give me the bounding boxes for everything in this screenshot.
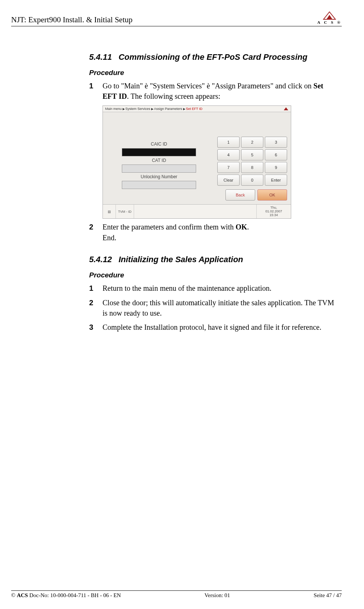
key-2[interactable]: 2	[241, 137, 263, 148]
step-2-2: 2 Close the door; this will automaticall…	[89, 297, 338, 319]
key-6[interactable]: 6	[265, 149, 287, 160]
tvm-id-label: TVM - ID	[116, 205, 134, 219]
footer-version: Version: 01	[205, 592, 230, 599]
procedure-label-2: Procedure	[89, 271, 338, 279]
unlocking-number-field[interactable]	[122, 181, 196, 189]
key-1[interactable]: 1	[217, 137, 240, 148]
header-title: NJT: Expert900 Install. & Initial Setup	[11, 15, 133, 25]
step-number: 1	[89, 81, 103, 102]
screenshot-status-bar: ▥ TVM - ID Thu, 01.02.2007 15:34	[103, 204, 291, 219]
unlocking-number-label: Unlocking Number	[141, 174, 178, 179]
key-5[interactable]: 5	[241, 149, 263, 160]
logo-text: A C S ®	[317, 20, 342, 25]
status-icon: ▥	[103, 205, 116, 219]
step-number: 1	[89, 283, 103, 293]
key-enter[interactable]: Enter	[265, 175, 287, 186]
status-datetime: Thu, 01.02.2007 15:34	[257, 205, 291, 219]
caic-id-field[interactable]	[122, 148, 196, 156]
back-button[interactable]: Back	[225, 189, 255, 201]
embedded-screenshot: Main menu▶System Services▶Assign Paramet…	[103, 105, 291, 219]
step-body: Go to "Main" è "System Services" è "Assi…	[103, 81, 338, 102]
step-number: 2	[89, 297, 103, 319]
key-3[interactable]: 3	[265, 137, 287, 148]
footer-left: © ACS Doc-No: 10-000-004-711 - BH - 06 -…	[11, 592, 121, 599]
cat-id-label: CAT ID	[152, 158, 166, 163]
step-1-1: 1 Go to "Main" è "System Services" è "As…	[89, 81, 338, 102]
procedure-label-1: Procedure	[89, 69, 338, 77]
caic-id-label: CAIC ID	[151, 141, 167, 147]
key-0[interactable]: 0	[241, 175, 263, 186]
section-5-4-12-heading: 5.4.12Initializing the Sales Application	[89, 255, 338, 264]
section-title: Commissioning of the EFT-PoS Card Proces…	[118, 52, 308, 62]
logo-icon-small	[283, 107, 289, 111]
step-body: Complete the Installation protocol, have…	[103, 322, 338, 332]
step-2-1: 1 Return to the main menu of the mainten…	[89, 283, 338, 293]
section-5-4-11-heading: 5.4.11Commissioning of the EFT-PoS Card …	[89, 52, 338, 62]
screenshot-breadcrumb-bar: Main menu▶System Services▶Assign Paramet…	[103, 106, 291, 112]
section-number: 5.4.12	[89, 255, 112, 264]
step-2-3: 3 Complete the Installation protocol, ha…	[89, 322, 338, 332]
step-body: Close the door; this will automatically …	[103, 297, 338, 319]
key-9[interactable]: 9	[265, 162, 287, 173]
key-7[interactable]: 7	[217, 162, 240, 173]
step-body: Return to the main menu of the maintenan…	[103, 283, 338, 293]
key-8[interactable]: 8	[241, 162, 263, 173]
keypad: 1 2 3 4 5 6 7 8 9 Clear 0 Enter	[217, 137, 287, 186]
ok-button[interactable]: OK	[257, 189, 287, 201]
cat-id-field[interactable]	[122, 165, 196, 173]
logo-icon	[322, 11, 337, 20]
page-header: NJT: Expert900 Install. & Initial Setup …	[11, 11, 342, 26]
step-number: 3	[89, 322, 103, 332]
section-number: 5.4.11	[89, 52, 112, 62]
step-1-2: 2 Enter the parameters and confirm them …	[89, 222, 338, 243]
footer-page: Seite 47 / 47	[314, 592, 342, 599]
page-footer: © ACS Doc-No: 10-000-004-711 - BH - 06 -…	[11, 590, 342, 599]
logo: A C S ®	[317, 11, 342, 25]
step-number: 2	[89, 222, 103, 243]
key-clear[interactable]: Clear	[217, 175, 240, 186]
breadcrumb: Main menu▶System Services▶Assign Paramet…	[105, 107, 202, 111]
key-4[interactable]: 4	[217, 149, 240, 160]
section-title: Initializing the Sales Application	[118, 255, 243, 264]
step-body: Enter the parameters and confirm them wi…	[103, 222, 338, 243]
